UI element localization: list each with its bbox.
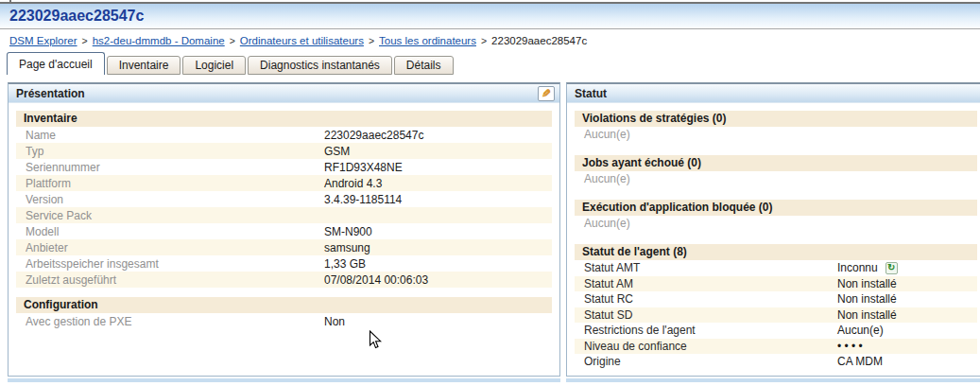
- failed-jobs-section-header: Jobs ayant échoué (0): [575, 155, 977, 171]
- chrome-tick: [9, 0, 11, 4]
- row-label: Plattform: [26, 177, 324, 190]
- row-value: CA MDM: [837, 355, 883, 368]
- configuration-section-header: Configuration: [16, 297, 552, 313]
- table-row: Zuletzt ausgeführt 07/08/2014 00:06:03: [16, 272, 552, 288]
- table-row: Niveau de confiance • • • •: [575, 339, 977, 355]
- presentation-panel: Présentation Inventaire Name 223029aaec2…: [8, 82, 560, 377]
- breadcrumb-separator: >: [82, 35, 88, 46]
- row-value: Non: [324, 315, 345, 328]
- row-value: • • • •: [837, 340, 863, 353]
- row-label: Anbieter: [26, 241, 324, 254]
- failed-jobs-value: Aucun(e): [575, 171, 977, 186]
- row-label: Service Pack: [26, 209, 324, 222]
- tab-label: Diagnostics instantanés: [260, 59, 380, 72]
- table-row: Version 3.4.39-1185114: [16, 191, 552, 207]
- breadcrumb-link-all-computers[interactable]: Tous les ordinateurs: [379, 35, 476, 46]
- table-row: Anbieter samsung: [16, 239, 552, 255]
- row-value: 1,33 GB: [324, 257, 366, 271]
- table-row: Typ GSM: [16, 143, 552, 159]
- table-row: Statut AMT Inconnu: [575, 260, 977, 276]
- status-panel-title: Statut: [575, 87, 607, 100]
- chrome-divider: [0, 2, 980, 4]
- table-row: Name 223029aaec28547c: [16, 127, 552, 143]
- row-label: Name: [26, 129, 324, 142]
- table-row: Avec gestion de PXE Non: [16, 313, 552, 329]
- policy-violations-section-header: Violations de stratégies (0): [575, 111, 977, 127]
- row-value: samsung: [324, 241, 370, 254]
- tab-label: Inventaire: [119, 59, 169, 72]
- refresh-icon[interactable]: [885, 262, 898, 274]
- row-value: GSM: [324, 145, 350, 158]
- breadcrumb-link-dsm-explorer[interactable]: DSM Explorer: [9, 35, 77, 46]
- row-value: 223029aaec28547c: [324, 129, 423, 142]
- presentation-panel-header: Présentation: [9, 84, 559, 103]
- blocked-application-section-header: Exécution d'application bloquée (0): [575, 200, 977, 216]
- row-label: Modell: [26, 225, 324, 238]
- row-value: Non installé: [837, 292, 897, 306]
- table-row: Statut RC Non installé: [575, 291, 977, 307]
- presentation-panel-title: Présentation: [16, 87, 85, 100]
- table-row: Origine CA MDM: [575, 354, 977, 370]
- tab-instant-diagnostics[interactable]: Diagnostics instantanés: [248, 56, 392, 75]
- tab-inventory[interactable]: Inventaire: [107, 56, 181, 75]
- tab-software[interactable]: Logiciel: [182, 56, 246, 75]
- pencil-icon[interactable]: [538, 86, 555, 101]
- breadcrumb: DSM Explorer > hs2-deu-dmmdb - Domaine >…: [0, 29, 980, 51]
- table-row: Modell SM-N900: [16, 223, 552, 239]
- row-label: Restrictions de l'agent: [584, 324, 837, 337]
- breadcrumb-current: 223029aaec28547c: [491, 35, 587, 46]
- row-value: RF1D93X48NE: [324, 161, 403, 174]
- breadcrumb-link-domain[interactable]: hs2-deu-dmmdb - Domaine: [93, 35, 225, 46]
- row-value: 07/08/2014 00:06:03: [324, 273, 428, 287]
- agent-status-section-header: Statut de l'agent (8): [575, 244, 977, 260]
- policy-violations-value: Aucun(e): [575, 127, 977, 142]
- row-value: Android 4.3: [324, 177, 382, 190]
- table-row: Statut SD Non installé: [575, 307, 977, 324]
- row-label: Version: [26, 193, 324, 206]
- status-panel: Statut Violations de stratégies (0) Aucu…: [566, 82, 980, 377]
- table-row: Arbeitsspeicher insgesamt 1,33 GB: [16, 255, 552, 272]
- tab-label: Détails: [406, 59, 441, 72]
- row-label: Niveau de confiance: [584, 340, 837, 353]
- row-value: SM-N900: [324, 225, 372, 238]
- breadcrumb-separator: >: [369, 35, 374, 46]
- tab-bar: Page d'accueil Inventaire Logiciel Diagn…: [0, 51, 980, 75]
- window-chrome-edge: [0, 0, 980, 4]
- row-value: Aucun(e): [837, 324, 884, 337]
- row-value: Non installé: [837, 277, 897, 290]
- breadcrumb-separator: >: [481, 35, 487, 46]
- table-row: Statut AM Non installé: [575, 276, 977, 292]
- table-row: Restrictions de l'agent Aucun(e): [575, 323, 977, 339]
- tab-details[interactable]: Détails: [394, 56, 454, 75]
- row-label: Statut SD: [584, 308, 837, 322]
- table-row: Seriennummer RF1D93X48NE: [16, 159, 552, 175]
- breadcrumb-link-computers-users[interactable]: Ordinateurs et utilisateurs: [240, 35, 364, 46]
- tab-home-page[interactable]: Page d'accueil: [7, 52, 105, 75]
- blocked-application-value: Aucun(e): [575, 216, 977, 231]
- content-area: Présentation Inventaire Name 223029aaec2…: [8, 82, 980, 386]
- row-label: Statut AM: [584, 277, 837, 290]
- page-title: 223029aaec28547c: [9, 8, 144, 25]
- tab-label: Logiciel: [195, 59, 233, 72]
- breadcrumb-separator: >: [230, 35, 235, 46]
- page-title-bar: 223029aaec28547c: [0, 4, 980, 29]
- row-value: Non installé: [837, 308, 897, 322]
- row-value: Inconnu: [837, 261, 878, 274]
- table-row: Service Pack: [16, 207, 552, 223]
- panel-shadow: [8, 378, 560, 382]
- inventory-section-header: Inventaire: [16, 111, 552, 127]
- row-label: Seriennummer: [26, 161, 324, 174]
- row-value: 3.4.39-1185114: [324, 193, 402, 206]
- row-label: Avec gestion de PXE: [26, 315, 324, 328]
- table-row: Plattform Android 4.3: [16, 175, 552, 191]
- tab-label: Page d'accueil: [19, 58, 93, 71]
- panel-shadow: [566, 378, 980, 382]
- row-label: Typ: [26, 145, 324, 158]
- row-label: Origine: [584, 355, 837, 368]
- row-label: Arbeitsspeicher insgesamt: [26, 257, 324, 271]
- status-panel-header: Statut: [567, 84, 980, 103]
- row-label: Statut AMT: [584, 261, 837, 274]
- row-label: Statut RC: [584, 292, 837, 306]
- row-label: Zuletzt ausgeführt: [26, 273, 324, 287]
